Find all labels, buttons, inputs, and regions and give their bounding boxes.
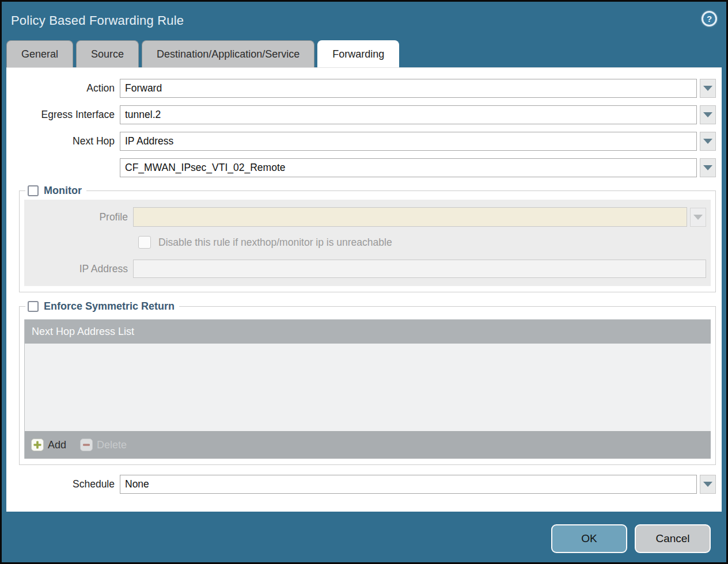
symmetric-return-legend-label: Enforce Symmetric Return — [44, 300, 175, 313]
egress-interface-row: Egress Interface — [6, 105, 722, 124]
egress-interface-input[interactable] — [120, 105, 697, 124]
disable-rule-checkbox[interactable] — [138, 236, 151, 249]
help-icon[interactable]: ? — [702, 11, 717, 26]
schedule-row: Schedule — [6, 475, 722, 494]
schedule-label: Schedule — [6, 478, 120, 490]
egress-interface-dropdown-button[interactable] — [700, 105, 716, 124]
tab-forwarding[interactable]: Forwarding — [317, 40, 399, 67]
add-button[interactable]: Add — [31, 439, 66, 451]
monitor-panel: Profile Disable this rule if nexthop/mon… — [24, 200, 711, 286]
monitor-ip-address-input[interactable] — [133, 260, 706, 278]
chevron-down-icon — [703, 482, 712, 487]
help-icon-glyph: ? — [707, 14, 712, 24]
add-button-label: Add — [48, 439, 66, 451]
dialog-title: Policy Based Forwarding Rule — [11, 13, 184, 28]
next-hop-label: Next Hop — [6, 135, 120, 147]
next-hop-row: Next Hop — [6, 132, 722, 151]
disable-rule-row: Disable this rule if nexthop/monitor ip … — [138, 236, 706, 249]
disable-rule-label: Disable this rule if nexthop/monitor ip … — [158, 237, 392, 249]
cancel-button[interactable]: Cancel — [635, 524, 711, 553]
monitor-section: Monitor Profile Disable this rule if nex… — [19, 185, 716, 292]
table-header-next-hop-address-list: Next Hop Address List — [32, 326, 134, 338]
tab-label: Destination/Application/Service — [157, 48, 299, 60]
tab-label: Forwarding — [332, 48, 384, 60]
action-row: Action — [6, 79, 722, 98]
schedule-input[interactable] — [120, 475, 697, 494]
table-header-row: Next Hop Address List — [25, 319, 711, 344]
monitor-ip-address-label: IP Address — [29, 263, 133, 275]
dialog-titlebar: Policy Based Forwarding Rule ? — [2, 2, 726, 40]
profile-dropdown-button[interactable] — [690, 208, 706, 227]
tab-destination-application-service[interactable]: Destination/Application/Service — [142, 40, 314, 67]
schedule-dropdown-button[interactable] — [700, 475, 716, 494]
profile-label: Profile — [29, 211, 133, 223]
next-hop-address-list-table: Next Hop Address List Add — [24, 319, 711, 459]
monitor-legend-label: Monitor — [44, 185, 82, 197]
table-body-empty[interactable] — [25, 344, 711, 431]
chevron-down-icon — [703, 165, 712, 170]
pbf-rule-dialog: Policy Based Forwarding Rule ? General S… — [0, 0, 728, 564]
chevron-down-icon — [703, 139, 712, 144]
symmetric-return-checkbox[interactable] — [28, 301, 39, 312]
action-input[interactable] — [120, 79, 697, 98]
tab-bar: General Source Destination/Application/S… — [6, 40, 726, 67]
monitor-checkbox[interactable] — [28, 185, 39, 196]
next-hop-address-row — [6, 158, 722, 177]
tab-label: General — [21, 48, 58, 60]
chevron-down-icon — [703, 112, 712, 117]
symmetric-return-legend: Enforce Symmetric Return — [25, 300, 179, 313]
chevron-down-icon — [693, 215, 703, 220]
tab-source[interactable]: Source — [76, 40, 139, 67]
next-hop-address-input[interactable] — [120, 158, 697, 177]
cancel-button-label: Cancel — [655, 532, 689, 545]
tab-general[interactable]: General — [6, 40, 73, 67]
profile-input[interactable] — [133, 207, 687, 227]
action-label: Action — [6, 82, 120, 94]
chevron-down-icon — [703, 86, 712, 91]
ok-button[interactable]: OK — [551, 524, 627, 553]
plus-icon — [31, 439, 44, 451]
monitor-ip-address-row: IP Address — [29, 260, 706, 278]
egress-interface-label: Egress Interface — [6, 109, 120, 121]
monitor-legend: Monitor — [25, 185, 86, 197]
action-dropdown-button[interactable] — [700, 79, 716, 98]
profile-row: Profile — [29, 207, 706, 227]
table-toolbar: Add Delete — [25, 431, 711, 459]
ok-button-label: OK — [581, 532, 597, 545]
dialog-footer: OK Cancel — [2, 512, 726, 564]
tab-label: Source — [91, 48, 124, 60]
minus-icon — [80, 439, 93, 451]
next-hop-dropdown-button[interactable] — [700, 132, 716, 151]
next-hop-address-dropdown-button[interactable] — [700, 158, 716, 177]
symmetric-return-section: Enforce Symmetric Return Next Hop Addres… — [19, 300, 716, 465]
delete-button[interactable]: Delete — [80, 439, 127, 451]
forwarding-tab-panel: Action Egress Interface Next Hop — [6, 67, 722, 512]
next-hop-type-input[interactable] — [120, 132, 697, 151]
delete-button-label: Delete — [97, 439, 127, 451]
